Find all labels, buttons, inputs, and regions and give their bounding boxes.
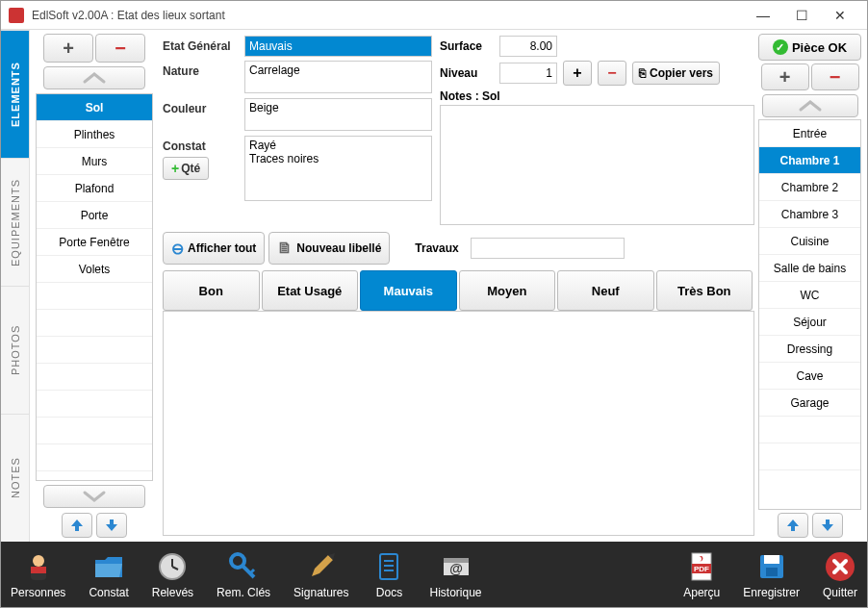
element-remove-button[interactable]: − [95,34,145,63]
chevron-up-icon [797,99,824,113]
room-item-salle-de-bains[interactable]: Salle de bains [759,255,860,282]
toolbar-enregistrer[interactable]: Enregistrer [743,549,800,599]
state-tab-neuf[interactable]: Neuf [557,270,654,311]
niveau-minus-button[interactable]: − [598,61,626,86]
element-item-porte-fenetre[interactable]: Porte Fenêtre [37,229,152,256]
state-tabs: Bon Etat Usagé Mauvais Moyen Neuf Très B… [163,270,754,311]
window-minimize[interactable]: — [744,2,782,29]
label-surface: Surface [440,39,494,53]
folder-icon [91,549,126,584]
vtab-photos[interactable]: PHOTOS [1,286,29,414]
element-item-plafond[interactable]: Plafond [37,175,152,202]
room-item-entree[interactable]: Entrée [759,120,860,147]
toolbar-personnes[interactable]: Personnes [11,549,65,599]
toolbar-docs[interactable]: Docs [371,549,406,599]
notes-textarea[interactable] [440,105,754,225]
room-item-dressing[interactable]: Dressing [759,336,860,363]
toolbar-signatures[interactable]: Signatures [294,549,348,599]
chevron-up-icon [81,71,108,85]
svg-point-0 [33,555,44,567]
svg-text:PDF: PDF [694,565,709,573]
toolbar-historique[interactable]: @ Historique [429,549,481,599]
chevron-down-icon [81,490,108,503]
element-collapse-up-button[interactable] [43,66,145,89]
toolbar-constat[interactable]: Constat [89,549,128,599]
zoom-out-icon: ⊖ [171,240,184,258]
nature-input[interactable]: Carrelage [244,61,432,93]
label-travaux: Travaux [415,241,458,255]
element-collapse-down-button[interactable] [43,485,145,508]
titlebar: EdlSoft v2.00A : Etat des lieux sortant … [1,1,867,30]
room-item-garage[interactable]: Garage [759,390,860,417]
element-item-plinthes[interactable]: Plinthes [37,121,152,148]
room-item-chambre-1[interactable]: Chambre 1 [759,147,860,174]
toolbar-releves[interactable]: Relevés [152,549,193,599]
toolbar-apercu[interactable]: PDF Aperçu [683,549,720,599]
room-collapse-up-button[interactable] [762,94,858,117]
rooms-list: Entrée Chambre 1 Chambre 2 Chambre 3 Cui… [758,119,861,510]
new-doc-icon: 🗎 [277,240,293,257]
state-tab-mauvais[interactable]: Mauvais [360,270,457,311]
element-item-volets[interactable]: Volets [37,256,152,283]
element-add-button[interactable]: + [43,34,93,63]
label-constat: Constat [163,139,206,153]
vtab-elements[interactable]: ELEMENTS [1,30,29,158]
room-item-chambre-2[interactable]: Chambre 2 [759,174,860,201]
state-tab-etat-usage[interactable]: Etat Usagé [262,270,359,311]
list-item [759,417,860,443]
state-tab-moyen[interactable]: Moyen [459,270,556,311]
svg-rect-21 [766,568,778,576]
list-item [37,418,152,444]
room-item-cave[interactable]: Cave [759,363,860,390]
toolbar-quitter[interactable]: Quitter [823,549,857,599]
piece-ok-button[interactable]: ✓ Pièce OK [758,34,861,61]
vtab-equipements[interactable]: EQUIPEMENTS [1,158,29,286]
list-item [37,391,152,418]
svg-rect-2 [31,567,46,573]
vtab-notes[interactable]: NOTES [1,414,29,542]
rooms-panel: ✓ Pièce OK + − Entrée Chambre 1 Chambre … [756,30,867,542]
niveau-input[interactable] [499,63,557,84]
element-move-up-button[interactable] [62,513,92,538]
afficher-tout-button[interactable]: ⊖ Afficher tout [163,232,265,265]
doc-icon [371,549,406,584]
element-item-porte[interactable]: Porte [37,202,152,229]
niveau-plus-button[interactable]: + [563,61,592,86]
save-icon [754,549,789,584]
couleur-input[interactable]: Beige [244,98,432,131]
arrow-up-icon [69,519,85,532]
room-remove-button[interactable]: − [811,63,859,90]
elements-list: Sol Plinthes Murs Plafond Porte Porte Fe… [36,93,153,481]
room-move-down-button[interactable] [812,513,843,538]
etat-general-input[interactable] [244,36,432,57]
arrow-down-icon [820,519,835,532]
room-move-up-button[interactable] [778,513,808,538]
qte-button[interactable]: +Qté [163,157,209,180]
svg-rect-20 [764,555,779,564]
room-item-sejour[interactable]: Séjour [759,309,860,336]
nouveau-libelle-button[interactable]: 🗎 Nouveau libellé [268,232,390,265]
app-icon [9,8,24,23]
label-couleur: Couleur [163,98,244,115]
element-move-down-button[interactable] [96,513,127,538]
plus-icon: + [171,161,179,176]
constat-input[interactable]: Rayé Traces noires [244,136,432,201]
window-maximize[interactable]: ☐ [782,2,821,29]
key-icon [226,549,261,584]
state-tab-bon[interactable]: Bon [163,270,260,311]
room-item-cuisine[interactable]: Cuisine [759,228,860,255]
window-close[interactable]: ✕ [821,2,859,29]
toolbar-rem-cles[interactable]: Rem. Clés [217,549,270,599]
element-item-sol[interactable]: Sol [37,94,152,121]
element-item-murs[interactable]: Murs [37,148,152,175]
travaux-input[interactable] [471,238,625,259]
room-item-wc[interactable]: WC [759,282,860,309]
label-notes: Notes : Sol [440,89,754,103]
list-item [37,283,152,310]
copier-vers-button[interactable]: ⎘ Copier vers [632,62,720,85]
surface-input[interactable] [499,36,557,57]
room-item-chambre-3[interactable]: Chambre 3 [759,201,860,228]
vertical-tabs: ELEMENTS EQUIPEMENTS PHOTOS NOTES [1,30,30,542]
state-tab-tres-bon[interactable]: Très Bon [656,270,753,311]
room-add-button[interactable]: + [761,63,809,90]
